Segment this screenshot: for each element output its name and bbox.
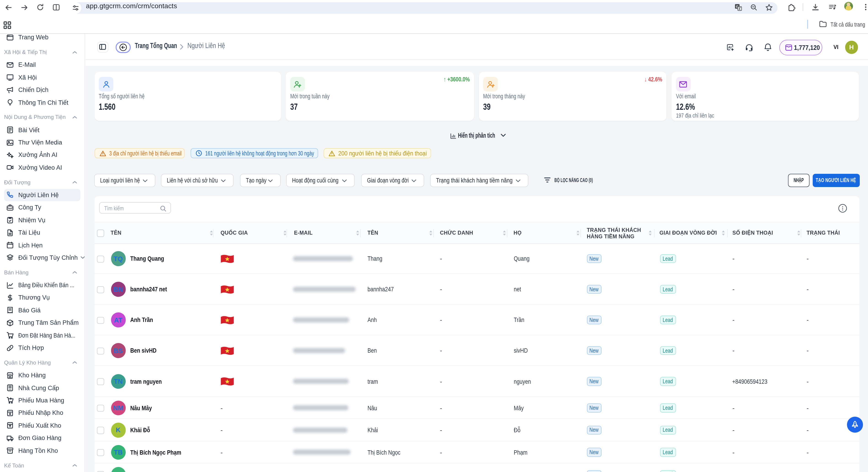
svg-text:AI: AI: [728, 46, 731, 49]
